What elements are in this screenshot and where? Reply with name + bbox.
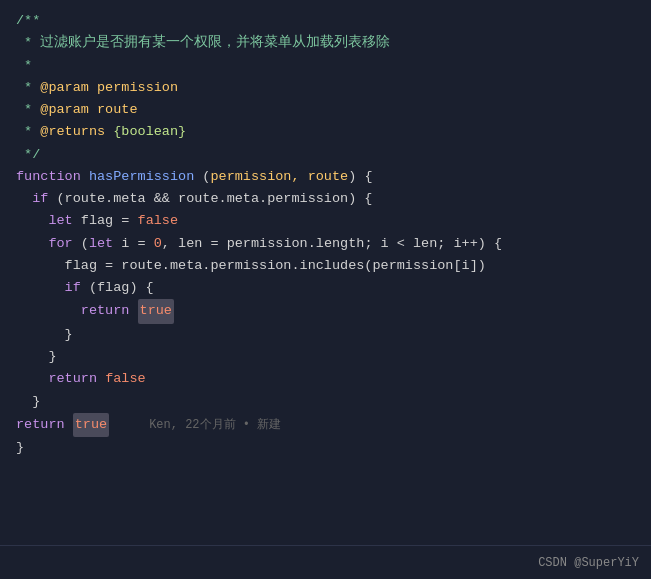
code-line-12: flag = route.meta.permission.includes(pe… (0, 255, 651, 277)
code-line-9: if (route.meta && route.meta.permission)… (0, 188, 651, 210)
code-editor: /** * 过滤账户是否拥有某一个权限，并将菜单从加载列表移除 * * @par… (0, 0, 651, 579)
code-line-4: * @param permission (0, 77, 651, 99)
code-line-2: * 过滤账户是否拥有某一个权限，并将菜单从加载列表移除 (0, 32, 651, 54)
code-line-14: return true (0, 299, 651, 323)
code-line-7: */ (0, 144, 651, 166)
code-line-5: * @param route (0, 99, 651, 121)
code-line-19: return trueKen, 22个月前 • 新建 (0, 413, 651, 437)
code-block: /** * 过滤账户是否拥有某一个权限，并将菜单从加载列表移除 * * @par… (0, 0, 651, 469)
code-line-8: function hasPermission (permission, rout… (0, 166, 651, 188)
code-line-13: if (flag) { (0, 277, 651, 299)
code-line-15: } (0, 324, 651, 346)
code-line-11: for (let i = 0, len = permission.length;… (0, 233, 651, 255)
code-line-last: } (0, 437, 651, 459)
bottom-bar: CSDN @SuperYiY (0, 545, 651, 579)
code-line-18: } (0, 391, 651, 413)
code-line-16: } (0, 346, 651, 368)
code-line-6: * @returns {boolean} (0, 121, 651, 143)
attribution: CSDN @SuperYiY (538, 556, 639, 570)
code-line-10: let flag = false (0, 210, 651, 232)
code-line-17: return false (0, 368, 651, 390)
code-line-1: /** (0, 10, 651, 32)
code-line-3: * (0, 55, 651, 77)
